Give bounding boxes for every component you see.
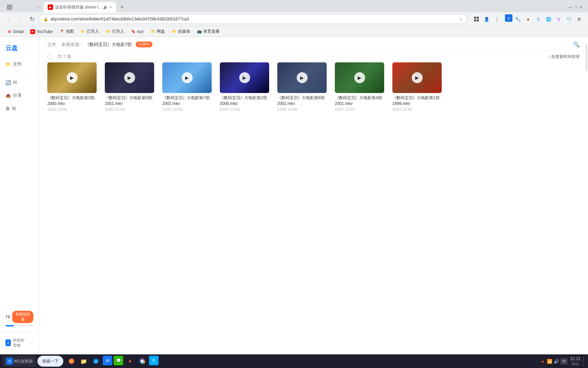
scrollbar-track[interactable] <box>585 37 588 355</box>
taskbar-volume-icon[interactable]: 🔊 <box>554 359 559 364</box>
breadcrumb-media[interactable]: 影视资源 <box>62 42 79 48</box>
sidebar-item-share[interactable]: 📤 分享 <box>0 89 39 102</box>
scrollbar-thumb[interactable] <box>586 44 587 71</box>
menu-icon[interactable]: ⋮ <box>492 14 502 24</box>
bookmark-imported1[interactable]: 📁 已导入 <box>78 28 102 35</box>
bookmark-mzr[interactable]: 🔖 mzr <box>128 29 147 35</box>
tab-close-inactive[interactable]: × <box>37 4 39 10</box>
forward-button[interactable]: › <box>16 14 25 24</box>
play-button[interactable]: ▶ <box>67 72 78 83</box>
bookmark-imported2[interactable]: 📁 已导入 <box>103 28 127 35</box>
storage-row: TB 免费领容量 <box>5 311 33 323</box>
file-card[interactable]: ▶ 《数码宝贝》大电影第1部.1999.mkv 12/07 22:50 <box>392 62 442 111</box>
sort-button[interactable]: ↕ 按更新时间排排 <box>548 54 580 60</box>
file-thumbnail: ▶ <box>277 62 327 93</box>
ext-4[interactable]: S <box>534 14 543 24</box>
ext-8[interactable]: ⚙ <box>574 14 584 24</box>
ext-3[interactable]: ♦ <box>523 14 533 24</box>
play-button[interactable]: ▶ <box>412 72 423 83</box>
play-button[interactable]: ▶ <box>354 72 365 83</box>
file-card[interactable]: ▶ 《数码宝贝》大电影第6部.2002.mkv 12/07 22:50 <box>277 62 327 111</box>
new-tab-button[interactable]: + <box>117 2 127 12</box>
sidebar-item-sync[interactable]: 🔄 同 <box>0 76 39 89</box>
play-button[interactable]: ▶ <box>124 72 135 83</box>
profile-icon[interactable]: 👤 <box>482 14 491 24</box>
file-date: 12/07 22:50 <box>162 107 212 111</box>
reload-button[interactable]: ↻ <box>27 14 37 24</box>
share-badge: 分享中 <box>136 42 152 47</box>
free-content-button[interactable]: 免费领容量 <box>12 311 33 323</box>
ext-7[interactable]: 🛡 <box>564 14 574 24</box>
taskbar-clock[interactable]: 21:21 2021 <box>570 356 581 366</box>
taskbar-app-label[interactable]: it it行业培训 <box>3 356 36 367</box>
taskbar-date: 2021 <box>570 362 581 366</box>
breadcrumb-files[interactable]: 文件 <box>47 42 56 48</box>
youtube-favicon: ▶ <box>30 29 35 34</box>
play-button[interactable]: ▶ <box>239 72 250 83</box>
search-icon[interactable]: 🔍 <box>573 41 580 48</box>
taskbar-network-icon2: 📶 <box>547 359 552 364</box>
play-button[interactable]: ▶ <box>182 72 193 83</box>
taskbar-icon-mail[interactable]: ✉ <box>103 356 112 365</box>
file-card[interactable]: ▶ 《数码宝贝》大电影第7部.2002.mkv 12/07 22:50 <box>162 62 212 111</box>
bookmark-gmail-label: Gmail <box>13 29 23 34</box>
file-thumbnail: ▶ <box>162 62 212 93</box>
file-card[interactable]: ▶ 《数码宝贝》大电影第4部.2001.mkv 12/07 22:50 <box>335 62 384 111</box>
ext-5[interactable]: 🌐 <box>544 14 553 24</box>
taskbar-ime-icon[interactable]: 中 <box>560 358 568 365</box>
file-card[interactable]: ▶ 《数码宝贝》大电影第5部.2001.mkv 12/07 22:50 <box>105 62 154 111</box>
toolbar-left: 共 7 项 <box>47 53 71 60</box>
tab-close-active[interactable]: × <box>109 4 112 10</box>
file-thumbnail: ▶ <box>220 62 269 93</box>
minimize-button[interactable]: ─ <box>569 4 572 10</box>
bookmark-youtube-label: YouTube <box>36 29 52 34</box>
bookmark-star-icon[interactable]: ☆ <box>459 16 463 22</box>
tab-audio-icon: 🔊 <box>103 5 108 10</box>
file-card[interactable]: ▶ 《数码宝贝》大电影第3部.2000.mkv 12/07 22:50 <box>47 62 97 111</box>
browser-chrome: • × ▶ 这首听得很舒服 stereo l... 🔊 × + ─ □ × ‹ … <box>0 0 588 37</box>
select-all-circle[interactable] <box>47 54 53 59</box>
taskbar-icon-folder[interactable]: 📁 <box>78 356 89 367</box>
sidebar-item-files[interactable]: 📁 文件 <box>0 58 39 71</box>
maximize-button[interactable]: □ <box>575 5 577 10</box>
ext-2[interactable]: 🔧 <box>513 14 523 24</box>
file-date: 12/07 22:50 <box>335 107 384 111</box>
taskbar-icon-edge[interactable] <box>91 356 101 367</box>
taskbar-icon-wechat[interactable]: 💬 <box>114 356 123 365</box>
bottom-app-more[interactable]: ··· <box>30 340 33 346</box>
file-card[interactable]: ▶ 《数码宝贝》大电影第2部.2000.mkv 12/07 22:50 <box>220 62 269 111</box>
svg-rect-0 <box>474 17 476 19</box>
sidebar-sync-label: 同 <box>13 80 17 86</box>
taskbar-icon-tianyi[interactable]: 天 <box>149 356 159 365</box>
bookmark-sports[interactable]: 📺 体育直播 <box>194 28 222 35</box>
address-bar[interactable]: 🔒 aliyundrive.com/drive/folder/61af74bec… <box>39 14 468 24</box>
taskbar-icon-shouyou[interactable]: ♦ <box>125 356 135 367</box>
taskbar-show-desktop[interactable] <box>583 356 585 366</box>
close-button[interactable]: × <box>580 4 583 10</box>
breadcrumb-bar: 文件 › 影视资源 › 《数码宝贝》大电影7部 分享中 🔍 <box>39 37 588 51</box>
bookmark-sports-label: 体育直播 <box>203 29 219 34</box>
sidebar-bottom-app[interactable]: it 科技杂货铺 ··· <box>0 335 39 351</box>
taskbar-search-button[interactable]: 搜索一下 <box>37 356 63 367</box>
taskbar-icon-firefox[interactable] <box>66 356 77 367</box>
bookmark-youtube[interactable]: ▶ YouTube <box>28 29 55 35</box>
file-date: 12/07 22:50 <box>220 107 269 111</box>
selfmedia-favicon: 📁 <box>172 29 177 34</box>
play-button[interactable]: ▶ <box>297 72 308 83</box>
bookmark-maps[interactable]: 📍 地图 <box>57 28 77 35</box>
bookmarks-bar: M Gmail ▶ YouTube 📍 地图 📁 已导入 📁 已导入 🔖 mzr… <box>0 26 588 37</box>
tab-active[interactable]: ▶ 这首听得很舒服 stereo l... 🔊 × <box>44 2 116 12</box>
extensions-icon[interactable] <box>472 14 481 24</box>
taskbar-icon-chrome[interactable] <box>137 356 148 367</box>
bookmark-selfmedia-label: 自媒体 <box>178 29 190 34</box>
bookmark-selfmedia[interactable]: 📁 自媒体 <box>169 28 193 35</box>
ext-1[interactable]: e <box>505 14 512 22</box>
sidebar-item-recycle[interactable]: 🗑 站 <box>0 102 39 115</box>
ext-6[interactable]: V <box>554 14 564 24</box>
svg-rect-1 <box>477 17 479 19</box>
bookmark-gmail[interactable]: M Gmail <box>4 29 26 35</box>
breadcrumb-sep-1: › <box>58 42 60 47</box>
bookmark-netdisk[interactable]: 📁 网盘 <box>148 28 168 35</box>
tab-inactive[interactable]: • × <box>3 2 44 12</box>
back-button[interactable]: ‹ <box>4 14 14 24</box>
